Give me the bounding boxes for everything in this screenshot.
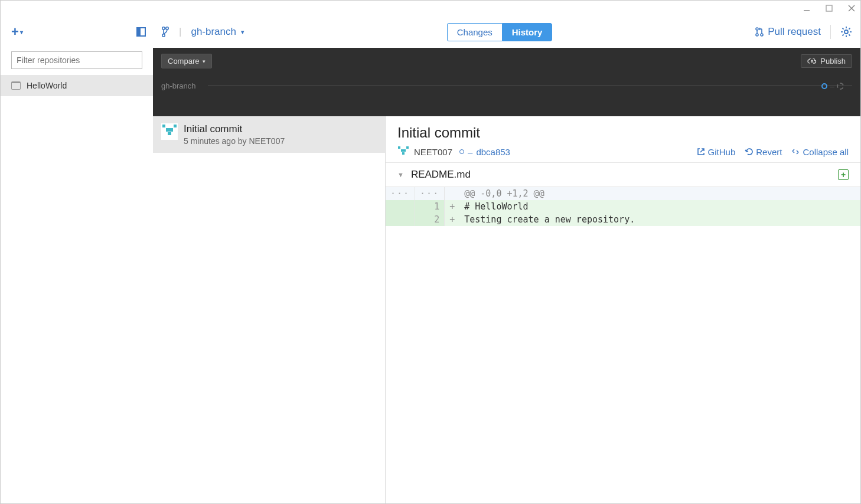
gear-icon[interactable] [840, 26, 852, 38]
diff-pane: Initial commit NEET007 – [385, 116, 860, 503]
collapse-label: Collapse all [803, 147, 849, 157]
commit-dot-icon[interactable] [821, 83, 827, 89]
add-repo-button[interactable]: + ▾ [11, 24, 23, 40]
svg-rect-1 [826, 5, 832, 11]
chevron-down-icon: ▾ [241, 28, 244, 36]
svg-point-4 [162, 27, 165, 30]
sidebar: + ▾ HelloWorld [1, 16, 153, 503]
svg-rect-28 [402, 152, 405, 155]
svg-rect-25 [398, 146, 400, 149]
line-number: 2 [415, 213, 445, 226]
commit-author: NEET007 [397, 146, 452, 158]
svg-point-8 [756, 34, 758, 36]
svg-rect-27 [401, 149, 406, 152]
publish-label: Publish [820, 57, 846, 66]
branch-selector[interactable]: | gh-branch ▾ [161, 26, 244, 38]
file-name-label: README.md [411, 169, 471, 181]
repo-list-item[interactable]: HelloWorld [1, 75, 153, 96]
chevron-down-icon: ▼ [397, 171, 404, 178]
line-number: 1 [415, 200, 445, 213]
svg-point-5 [166, 27, 168, 30]
file-header[interactable]: ▼ README.md + [386, 162, 860, 187]
repo-name-label: HelloWorld [27, 81, 67, 90]
repo-icon [11, 81, 21, 90]
cloud-upload-icon [807, 58, 817, 65]
divider [830, 25, 831, 39]
svg-line-17 [843, 34, 844, 35]
collapse-all-button[interactable]: Collapse all [791, 147, 849, 157]
publish-button[interactable]: Publish [801, 54, 852, 68]
hunk-header: @@ -0,0 +1,2 @@ [459, 187, 860, 200]
filter-repos-input[interactable] [11, 51, 142, 69]
plus-icon: + [11, 24, 19, 40]
diff-hunk-row: ··· ··· @@ -0,0 +1,2 @@ [386, 187, 860, 200]
topbar: | gh-branch ▾ Changes History Pull reque… [153, 16, 860, 48]
window-minimize-icon[interactable] [803, 4, 811, 12]
commit-sha[interactable]: – dbca853 [459, 147, 510, 157]
svg-point-6 [162, 34, 165, 37]
svg-rect-22 [166, 128, 173, 132]
diff-add-row: 1 + # HelloWorld [386, 200, 860, 213]
avatar [161, 123, 178, 140]
commit-dot-icon [459, 149, 464, 154]
commit-title: Initial commit [184, 123, 285, 135]
tab-changes[interactable]: Changes [447, 23, 502, 41]
svg-point-10 [844, 30, 848, 34]
separator: | [179, 26, 181, 38]
window-close-icon[interactable] [847, 4, 856, 12]
revert-button[interactable]: Revert [745, 147, 782, 157]
svg-rect-20 [162, 125, 165, 127]
view-tabs: Changes History [447, 23, 553, 41]
tab-history[interactable]: History [502, 23, 553, 41]
pull-request-label: Pull request [768, 26, 821, 38]
svg-line-15 [843, 28, 844, 30]
commit-list: Initial commit 5 minutes ago by NEET007 [153, 116, 385, 503]
avatar [397, 146, 409, 158]
svg-rect-21 [174, 125, 177, 127]
diff-add-row: 2 + Testing create a new repository. [386, 213, 860, 226]
svg-point-7 [756, 28, 758, 30]
pull-request-button[interactable]: Pull request [755, 26, 821, 38]
collapse-icon [791, 148, 800, 156]
svg-rect-26 [406, 146, 409, 149]
diff-title: Initial commit [397, 125, 849, 141]
branch-name-label: gh-branch [191, 26, 236, 38]
diff-line: # HelloWorld [459, 200, 860, 213]
diff-line: Testing create a new repository. [459, 213, 860, 226]
svg-point-9 [761, 34, 763, 36]
external-link-icon [697, 148, 705, 156]
github-label: GitHub [708, 147, 736, 157]
svg-line-18 [849, 28, 850, 30]
timeline-branch-label: gh-branch [161, 81, 196, 90]
branch-icon [161, 26, 169, 38]
chevron-down-icon: ▾ [203, 58, 206, 64]
revert-icon [745, 148, 753, 156]
commit-list-item[interactable]: Initial commit 5 minutes ago by NEET007 [153, 116, 385, 153]
compare-label: Compare [168, 57, 199, 66]
diff-table: ··· ··· @@ -0,0 +1,2 @@ 1 + # HelloWorld [386, 187, 860, 226]
history-timeline-bar: Compare ▾ Publish gh-branch [153, 48, 860, 116]
svg-line-16 [849, 34, 850, 35]
titlebar [1, 1, 860, 16]
sha-label: dbca853 [476, 147, 510, 157]
commit-meta: 5 minutes ago by NEET007 [184, 136, 285, 146]
chevron-down-icon: ▾ [20, 29, 23, 35]
compare-button[interactable]: Compare ▾ [161, 54, 212, 68]
commit-dot-outline-icon[interactable] [837, 83, 844, 90]
window-maximize-icon[interactable] [825, 4, 833, 12]
sidebar-toggle-icon[interactable] [136, 27, 146, 37]
svg-rect-23 [168, 132, 171, 135]
pull-request-icon [755, 27, 764, 37]
open-github-button[interactable]: GitHub [697, 147, 736, 157]
expand-add-button[interactable]: + [838, 169, 849, 180]
revert-label: Revert [756, 147, 782, 157]
commit-timeline[interactable]: – [208, 86, 852, 86]
author-name: NEET007 [414, 147, 452, 157]
